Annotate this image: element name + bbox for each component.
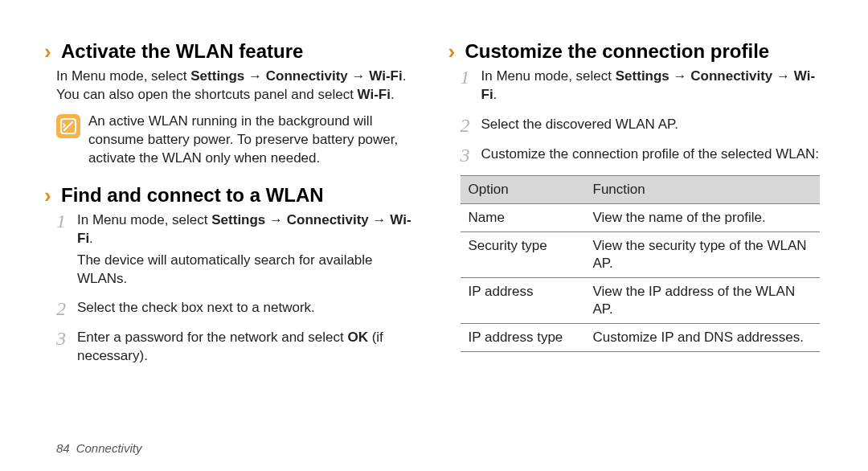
step-number: 3 (56, 329, 77, 349)
chevron-icon: › (44, 185, 56, 206)
step-number: 1 (56, 211, 77, 231)
wifi-label: Wi-Fi (358, 87, 391, 102)
activate-wlan-title: Activate the WLAN feature (61, 40, 303, 63)
col-option: Option (461, 175, 585, 203)
step-number: 3 (461, 145, 481, 166)
text: In Menu mode, select (56, 68, 190, 84)
step-item: 3 Customize the connection profile of th… (461, 145, 821, 167)
two-column-layout: › Activate the WLAN feature In Menu mode… (56, 40, 820, 433)
arrow-sep: → (348, 68, 369, 84)
step-text: Select the discovered WLAN AP. (481, 116, 821, 134)
step-text: In Menu mode, select Settings → Connecti… (77, 211, 416, 289)
option-cell: Security type (461, 231, 585, 277)
step-item: 1 In Menu mode, select Settings → Connec… (56, 211, 416, 292)
text: . (89, 231, 93, 246)
text: In Menu mode, select (77, 212, 211, 227)
function-cell: View the security type of the WLAN AP. (585, 231, 821, 277)
option-cell: IP address type (461, 324, 585, 352)
text: . (493, 87, 497, 102)
step-text: In Menu mode, select Settings → Connecti… (481, 68, 821, 104)
connectivity-label: Connectivity (287, 212, 369, 227)
step-item: 2 Select the check box next to a network… (56, 299, 416, 321)
step-item: 3 Enter a password for the network and s… (56, 329, 416, 369)
text: . (391, 87, 395, 102)
step-number: 2 (56, 299, 77, 319)
wifi-label: Wi-Fi (369, 68, 402, 84)
chevron-icon: › (44, 41, 56, 62)
step-item: 1 In Menu mode, select Settings → Connec… (461, 68, 821, 108)
step-text: Select the check box next to a network. (77, 299, 416, 317)
battery-note: An active WLAN running in the background… (56, 113, 416, 168)
step-number: 2 (461, 116, 481, 136)
text: In Menu mode, select (481, 68, 616, 84)
step-text: Customize the connection profile of the … (481, 145, 821, 164)
function-cell: Customize IP and DNS addresses. (585, 324, 821, 352)
step-text: Enter a password for the network and sel… (77, 329, 416, 366)
arrow-sep: → (369, 212, 390, 227)
option-cell: IP address (461, 278, 585, 324)
ok-label: OK (347, 330, 368, 345)
customize-profile-steps: 1 In Menu mode, select Settings → Connec… (461, 68, 821, 167)
options-table: Option Function Name View the name of th… (461, 175, 821, 353)
table-row: Security type View the security type of … (461, 231, 821, 277)
footer-section-name: Connectivity (76, 441, 142, 455)
step-number: 1 (461, 68, 481, 88)
activate-wlan-description: In Menu mode, select Settings → Connecti… (56, 68, 416, 104)
settings-label: Settings (190, 68, 244, 84)
table-row: IP address View the IP address of the WL… (461, 278, 821, 324)
section-heading: › Find and connect to a WLAN (44, 184, 416, 207)
option-cell: Name (461, 203, 585, 231)
table-header-row: Option Function (461, 175, 821, 203)
step-item: 2 Select the discovered WLAN AP. (461, 116, 821, 137)
arrow-sep: → (265, 212, 286, 227)
arrow-sep: → (772, 68, 793, 84)
section-heading: › Customize the connection profile (448, 40, 821, 63)
connectivity-label: Connectivity (266, 68, 348, 84)
page-number: 84 (56, 441, 70, 455)
step-subtext: The device will automatically search for… (77, 252, 416, 289)
manual-page: › Activate the WLAN feature In Menu mode… (0, 0, 868, 471)
function-cell: View the name of the profile. (585, 203, 821, 231)
svg-line-1 (64, 122, 72, 130)
arrow-sep: → (669, 68, 690, 84)
page-footer: 84 Connectivity (56, 441, 820, 455)
find-connect-steps: 1 In Menu mode, select Settings → Connec… (56, 211, 416, 370)
col-function: Function (585, 175, 821, 203)
chevron-icon: › (448, 41, 461, 62)
text: Enter a password for the network and sel… (77, 330, 347, 345)
right-column: › Customize the connection profile 1 In … (461, 40, 821, 433)
table-row: Name View the name of the profile. (461, 203, 821, 231)
function-cell: View the IP address of the WLAN AP. (585, 278, 821, 324)
section-heading: › Activate the WLAN feature (44, 40, 416, 63)
connectivity-label: Connectivity (690, 68, 772, 84)
table-row: IP address type Customize IP and DNS add… (461, 324, 821, 352)
settings-label: Settings (616, 68, 669, 84)
customize-profile-title: Customize the connection profile (465, 40, 770, 63)
arrow-sep: → (244, 68, 265, 84)
note-text: An active WLAN running in the background… (88, 113, 416, 168)
note-icon (56, 114, 80, 138)
find-connect-title: Find and connect to a WLAN (61, 184, 324, 207)
left-column: › Activate the WLAN feature In Menu mode… (56, 40, 416, 433)
settings-label: Settings (211, 212, 265, 227)
